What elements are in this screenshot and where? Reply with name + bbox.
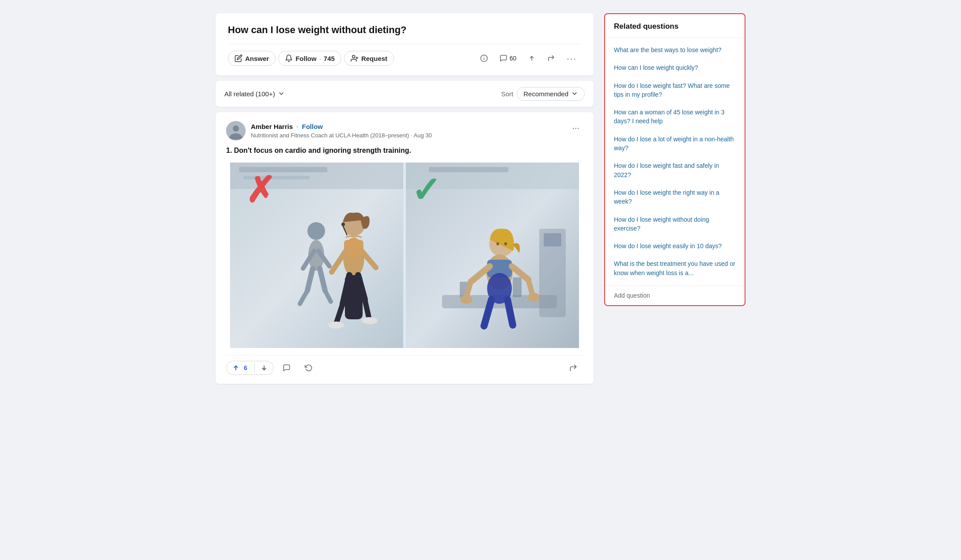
downvote-answer-icon <box>260 364 268 372</box>
sort-label: Sort <box>501 90 514 98</box>
ellipsis-icon: ··· <box>567 53 577 64</box>
author-details: Amber Harris · Follow Nutritionist and F… <box>251 123 432 139</box>
sidebar: Related questions What are the best ways… <box>604 13 745 384</box>
answer-header: Amber Harris · Follow Nutritionist and F… <box>226 121 583 140</box>
downvote-icon <box>528 54 536 62</box>
question-card: How can I lose weight without dieting? A… <box>216 13 594 76</box>
svg-point-52 <box>460 295 473 304</box>
related-link-6[interactable]: How do I lose weight fast and safely in … <box>614 161 736 179</box>
answer-share-button[interactable] <box>564 361 583 375</box>
related-link-10[interactable]: What is the best treatment you have used… <box>614 259 736 277</box>
related-link-5[interactable]: How do I lose a lot of weight in a non-h… <box>614 135 736 153</box>
avatar-image <box>226 121 246 140</box>
answer-more-button[interactable]: ··· <box>568 121 583 135</box>
related-link-3[interactable]: How do I lose weight fast? What are some… <box>614 81 736 99</box>
svg-text:✗: ✗ <box>246 170 275 210</box>
info-icon <box>480 54 488 62</box>
filter-all-related[interactable]: All related (100+) <box>224 90 285 98</box>
upvote-icon <box>232 364 240 372</box>
request-label: Request <box>361 55 387 62</box>
answer-button[interactable]: Answer <box>228 51 276 66</box>
author-follow-link[interactable]: Follow <box>302 123 323 130</box>
svg-rect-16 <box>403 163 406 348</box>
info-button[interactable] <box>476 51 492 65</box>
list-item[interactable]: How do I lose a lot of weight in a non-h… <box>605 130 745 157</box>
list-item[interactable]: How can a woman of 45 lose weight in 3 d… <box>605 103 745 130</box>
answer-comment-icon <box>283 364 291 372</box>
answer-ellipsis-icon: ··· <box>572 123 579 132</box>
chevron-down-icon <box>278 90 285 97</box>
list-item[interactable]: How do I lose weight the right way in a … <box>605 184 745 211</box>
downvote-button[interactable] <box>523 51 540 65</box>
vote-group: 6 <box>226 361 274 375</box>
related-link-1[interactable]: What are the best ways to lose weight? <box>614 45 736 54</box>
sort-dropdown[interactable]: Recommended <box>517 87 585 101</box>
svg-point-45 <box>504 242 507 245</box>
gym-image: ✗ <box>226 163 583 348</box>
filter-sort: Sort Recommended <box>501 87 585 101</box>
list-item[interactable]: What are the best ways to lose weight? <box>605 41 745 59</box>
comment-count: 60 <box>510 55 517 62</box>
svg-point-38 <box>362 317 378 324</box>
share-icon <box>547 54 555 62</box>
svg-point-26 <box>341 223 345 226</box>
related-link-8[interactable]: How do I lose weight without doing exerc… <box>614 215 736 233</box>
svg-rect-58 <box>544 233 561 246</box>
request-button[interactable]: Request <box>344 51 394 66</box>
related-list: What are the best ways to lose weight? H… <box>605 38 745 285</box>
list-item[interactable]: How do I lose weight fast? What are some… <box>605 77 745 104</box>
svg-point-0 <box>352 55 355 58</box>
svg-point-44 <box>496 242 499 245</box>
gym-scene-svg: ✗ <box>226 163 583 348</box>
downvote-answer-button[interactable] <box>255 361 273 375</box>
svg-point-8 <box>233 125 239 132</box>
list-item[interactable]: How do I lose weight without doing exerc… <box>605 211 745 238</box>
refresh-icon <box>305 364 313 372</box>
add-question[interactable]: Add question <box>605 285 745 305</box>
follow-label: Follow <box>295 55 317 62</box>
list-item[interactable]: What is the best treatment you have used… <box>605 255 745 282</box>
vote-count: 6 <box>242 364 249 371</box>
sort-chevron-icon <box>571 90 578 97</box>
svg-point-53 <box>528 293 540 302</box>
avatar <box>226 121 246 140</box>
comment-icon <box>499 54 507 62</box>
answer-comment-button[interactable] <box>277 361 296 375</box>
svg-rect-42 <box>513 277 522 297</box>
svg-text:✓: ✓ <box>411 170 441 210</box>
upvote-button[interactable]: 6 <box>227 361 254 375</box>
sort-value: Recommended <box>523 90 568 98</box>
request-icon <box>351 54 359 62</box>
svg-point-37 <box>328 322 344 329</box>
answer-label: Answer <box>245 55 269 62</box>
list-item[interactable]: How can I lose weight quickly? <box>605 59 745 76</box>
follow-separator: · <box>319 55 321 62</box>
list-item[interactable]: How do I lose weight easily in 10 days? <box>605 237 745 255</box>
related-link-9[interactable]: How do I lose weight easily in 10 days? <box>614 242 736 250</box>
answer-footer: 6 <box>226 355 583 375</box>
author-name-row: Amber Harris · Follow <box>251 123 432 131</box>
question-title: How can I lose weight without dieting? <box>228 24 581 37</box>
related-link-7[interactable]: How do I lose weight the right way in a … <box>614 188 736 206</box>
comment-button[interactable]: 60 <box>495 51 521 65</box>
follow-count: 745 <box>324 55 335 62</box>
related-header: Related questions <box>605 14 745 38</box>
answer-card: Amber Harris · Follow Nutritionist and F… <box>216 112 594 384</box>
svg-rect-15 <box>429 167 508 172</box>
filter-label: All related (100+) <box>224 90 275 98</box>
related-link-4[interactable]: How can a woman of 45 lose weight in 3 d… <box>614 108 736 126</box>
filter-bar: All related (100+) Sort Recommended <box>216 81 594 107</box>
share-button[interactable] <box>543 51 560 65</box>
svg-point-17 <box>307 222 325 240</box>
list-item[interactable]: How do I lose weight fast and safely in … <box>605 157 745 184</box>
related-card: Related questions What are the best ways… <box>604 13 745 306</box>
answer-share-icon <box>569 363 578 372</box>
answer-refresh-button[interactable] <box>299 361 318 375</box>
follow-button[interactable]: Follow · 745 <box>278 51 341 66</box>
author-name: Amber Harris <box>251 123 293 130</box>
author-info: Amber Harris · Follow Nutritionist and F… <box>226 121 432 140</box>
more-options-button[interactable]: ··· <box>562 50 581 67</box>
question-actions: Answer Follow · 745 <box>228 44 581 67</box>
author-bio: Nutritionist and Fitness Coach at UCLA H… <box>251 132 432 139</box>
related-link-2[interactable]: How can I lose weight quickly? <box>614 63 736 72</box>
